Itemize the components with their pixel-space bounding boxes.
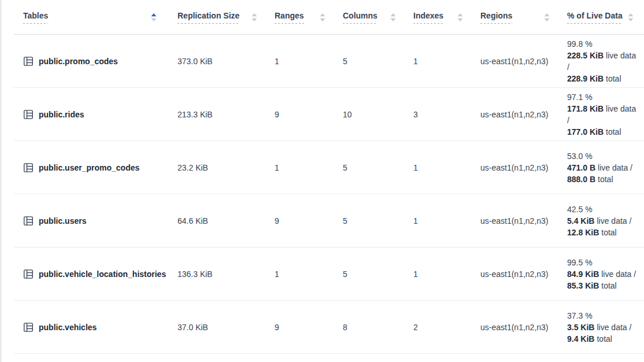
replication-size-cell: 136.3 KiB xyxy=(171,269,268,279)
columns-cell: 8 xyxy=(336,323,406,332)
live-size-label: live data / xyxy=(598,163,632,172)
table-name-link[interactable]: public.user_promo_codes xyxy=(39,163,139,172)
column-header-regions[interactable]: Regions xyxy=(473,11,560,24)
ranges-cell: 9 xyxy=(268,110,336,119)
column-header-tables-label: Tables xyxy=(23,11,48,24)
regions-cell: us-east1(n1,n2,n3) xyxy=(473,269,560,279)
sort-icon[interactable] xyxy=(390,13,396,21)
live-size-label: live data / xyxy=(601,269,636,279)
total-size-label: total xyxy=(606,127,621,136)
table-name-link[interactable]: public.vehicle_location_histories xyxy=(39,269,166,279)
columns-cell: 5 xyxy=(336,216,406,226)
live-data-cell: 42.5 % 5.4 KiBlive data / 12.8 KiBtotal xyxy=(560,204,644,238)
column-header-columns[interactable]: Columns xyxy=(336,11,406,24)
total-size-label: total xyxy=(601,228,616,237)
live-size-label: live data / xyxy=(597,216,631,226)
indexes-cell: 2 xyxy=(406,323,473,332)
column-header-replication-size[interactable]: Replication Size xyxy=(171,11,268,24)
table-row: public.vehicle_location_histories 136.3 … xyxy=(14,248,644,301)
live-percent: 37.3 % xyxy=(567,310,638,322)
total-size-label: total xyxy=(606,74,621,83)
sort-icon[interactable] xyxy=(628,13,634,21)
table-icon xyxy=(23,216,34,226)
table-name-link[interactable]: public.promo_codes xyxy=(39,57,118,66)
column-header-tables[interactable]: Tables xyxy=(14,11,171,24)
live-size: 471.0 B xyxy=(567,163,595,172)
indexes-cell: 1 xyxy=(406,57,473,66)
table-name-link[interactable]: public.users xyxy=(39,216,86,226)
table-icon xyxy=(23,162,34,173)
ranges-cell: 9 xyxy=(268,216,336,226)
column-header-indexes[interactable]: Indexes xyxy=(406,11,473,24)
table-name-cell: public.user_promo_codes xyxy=(14,162,171,173)
table-name-cell: public.vehicle_location_histories xyxy=(14,269,171,279)
table-name-cell: public.vehicles xyxy=(14,322,171,333)
tables-table: Tables Replication Size Ranges Columns I… xyxy=(14,0,644,354)
live-data-cell: 53.0 % 471.0 Blive data / 888.0 Btotal xyxy=(560,150,644,185)
live-size-line: 5.4 KiBlive data / xyxy=(567,215,638,227)
regions-cell: us-east1(n1,n2,n3) xyxy=(473,216,560,226)
column-header-regions-label: Regions xyxy=(480,11,512,24)
sort-asc-icon[interactable] xyxy=(151,13,157,21)
replication-size-cell: 64.6 KiB xyxy=(171,216,268,226)
total-size-line: 85.3 KiBtotal xyxy=(567,280,638,291)
table-row: public.users 64.6 KiB 9 5 1 us-east1(n1,… xyxy=(14,194,644,248)
table-name-link[interactable]: public.rides xyxy=(39,110,84,119)
table-icon xyxy=(23,269,34,279)
live-size: 228.5 KiB xyxy=(567,51,604,60)
live-data-cell: 97.1 % 171.8 KiBlive data / 177.0 KiBtot… xyxy=(560,91,644,138)
total-size-label: total xyxy=(597,334,612,343)
live-size: 3.5 KiB xyxy=(567,323,594,332)
table-name-link[interactable]: public.vehicles xyxy=(39,323,97,332)
total-size: 228.9 KiB xyxy=(567,74,604,83)
replication-size-cell: 373.0 KiB xyxy=(171,57,268,66)
ranges-cell: 1 xyxy=(268,163,336,172)
columns-cell: 5 xyxy=(336,57,406,66)
indexes-cell: 3 xyxy=(406,110,473,119)
sort-icon[interactable] xyxy=(320,13,325,21)
live-size: 5.4 KiB xyxy=(567,216,594,226)
regions-cell: us-east1(n1,n2,n3) xyxy=(473,163,560,172)
ranges-cell: 1 xyxy=(268,269,336,279)
live-size-line: 84.9 KiBlive data / xyxy=(567,268,638,280)
regions-cell: us-east1(n1,n2,n3) xyxy=(473,110,560,119)
column-header-columns-label: Columns xyxy=(343,11,377,24)
table-row: public.user_promo_codes 23.2 KiB 1 5 1 u… xyxy=(14,141,644,194)
column-header-live-data-label: % of Live Data xyxy=(567,11,623,24)
total-size: 888.0 B xyxy=(567,175,595,184)
live-size-label: live data / xyxy=(597,323,631,332)
live-percent: 99.5 % xyxy=(567,257,638,268)
total-size: 177.0 KiB xyxy=(567,127,604,136)
indexes-cell: 1 xyxy=(406,269,473,279)
column-header-live-data[interactable]: % of Live Data xyxy=(560,11,644,24)
table-row: public.promo_codes 373.0 KiB 1 5 1 us-ea… xyxy=(14,35,644,88)
column-header-ranges[interactable]: Ranges xyxy=(268,11,336,24)
total-size: 85.3 KiB xyxy=(567,281,599,290)
live-data-cell: 99.5 % 84.9 KiBlive data / 85.3 KiBtotal xyxy=(560,257,644,291)
columns-cell: 5 xyxy=(336,269,406,279)
sort-icon[interactable] xyxy=(457,13,463,21)
indexes-cell: 1 xyxy=(406,163,473,172)
table-name-cell: public.users xyxy=(14,216,171,226)
live-data-cell: 37.3 % 3.5 KiBlive data / 9.4 KiBtotal xyxy=(560,310,644,345)
sort-icon[interactable] xyxy=(251,13,257,21)
live-size-line: 228.5 KiBlive data / xyxy=(567,50,638,73)
table-name-cell: public.rides xyxy=(14,109,171,120)
total-size-line: 888.0 Btotal xyxy=(567,173,638,185)
column-header-indexes-label: Indexes xyxy=(413,11,443,24)
table-icon xyxy=(23,322,34,333)
table-row: public.rides 213.3 KiB 9 10 3 us-east1(n… xyxy=(14,88,644,141)
indexes-cell: 1 xyxy=(406,216,473,226)
regions-cell: us-east1(n1,n2,n3) xyxy=(473,57,560,66)
total-size: 12.8 KiB xyxy=(567,228,599,237)
columns-cell: 10 xyxy=(336,110,406,119)
table-header-row: Tables Replication Size Ranges Columns I… xyxy=(14,0,644,35)
sort-icon[interactable] xyxy=(544,13,550,21)
live-size-line: 471.0 Blive data / xyxy=(567,162,638,173)
total-size-line: 9.4 KiBtotal xyxy=(567,333,638,345)
column-header-replication-size-label: Replication Size xyxy=(177,11,239,24)
total-size-line: 177.0 KiBtotal xyxy=(567,126,638,138)
live-size-line: 3.5 KiBlive data / xyxy=(567,322,638,333)
live-data-cell: 99.8 % 228.5 KiBlive data / 228.9 KiBtot… xyxy=(560,38,644,84)
total-size-label: total xyxy=(598,175,613,184)
